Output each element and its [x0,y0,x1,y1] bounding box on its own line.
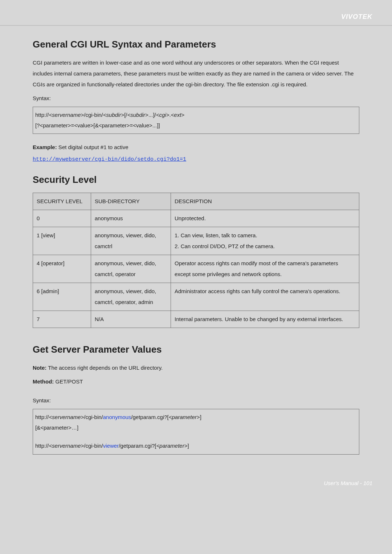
brand-logo: VIVOTEK [341,13,372,20]
cell-desc: Operator access rights can modify most o… [171,255,359,283]
text: http:// [35,112,49,118]
text: <servername> [49,112,84,118]
text: <cgi> [156,112,170,118]
note-text: The access right depends on the URL dire… [46,365,163,371]
cell-subdir: anonymous, viewer, dido, camctrl, operat… [91,255,171,283]
cell-desc: 1. Can view, listen, talk to camera. 2. … [171,227,359,255]
heading-security-level: Security Level [33,174,359,185]
cell-subdir: anonymous [91,210,171,227]
text: http:// [35,414,49,420]
cell-level: 4 [operator] [33,255,91,283]
text: <parameter> [169,414,200,420]
syntax-label-2: Syntax: [33,395,359,406]
heading-get-server: Get Server Parameter Values [33,344,359,355]
text: /cgi-bin/ [84,414,103,420]
text-viewer: viewer [103,443,119,449]
footer: User's Manual - 101 [0,458,392,496]
text: ...]/ [148,112,156,118]
text: <ext> [171,112,185,118]
syntax2-line-c: http://<servername>/cgi-bin/viewer/getpa… [35,441,357,451]
header: VIVOTEK [0,0,392,25]
text: /getparam.cgi?[ [131,414,168,420]
table-row: 4 [operator] anonymous, viewer, dido, ca… [33,255,359,283]
text-anonymous: anonymous [103,414,131,420]
syntax-line-1: http://<servername>/cgi-bin/<subdir>[/<s… [35,110,357,120]
security-table: SECURITY LEVEL SUB-DIRECTORY DESCRIPTION… [33,193,359,328]
text: <parameter> [156,443,188,449]
cell-level: 6 [admin] [33,283,91,311]
cell-subdir: anonymous, viewer, dido, camctrl [91,227,171,255]
text: ] [187,443,189,449]
table-header-row: SECURITY LEVEL SUB-DIRECTORY DESCRIPTION [33,193,359,210]
cell-desc: Unprotected. [171,210,359,227]
example-label: Example: [33,144,57,150]
example-line: Example: Set digital output #1 to active [33,142,359,153]
text: /getparam.cgi?[ [119,443,156,449]
text: <servername> [49,443,84,449]
example-text: Set digital output #1 to active [57,144,128,150]
syntax-label-1: Syntax: [33,93,359,104]
text: ] [200,414,201,420]
example-url[interactable]: http://mywebserver/cgi-bin/dido/setdo.cg… [33,156,359,163]
th-level: SECURITY LEVEL [33,193,91,210]
text: /cgi-bin/ [84,443,103,449]
cell-level: 0 [33,210,91,227]
example-link[interactable]: http://mywebserver/cgi-bin/dido/setdo.cg… [33,156,186,163]
text: [/ [124,112,127,118]
text: <servername> [49,414,84,420]
syntax2-line-b: [&<parameter>…] [35,423,357,433]
text: <subdir> [127,112,148,118]
th-subdir: SUB-DIRECTORY [91,193,171,210]
table-body: 0 anonymous Unprotected. 1 [view] anonym… [33,210,359,328]
table-row: 0 anonymous Unprotected. [33,210,359,227]
cell-desc: Administrator access rights can fully co… [171,283,359,311]
table-row: 7 N/A Internal parameters. Unable to be … [33,311,359,328]
cell-subdir: anonymous, viewer, dido, camctrl, operat… [91,283,171,311]
syntax-box-1: http://<servername>/cgi-bin/<subdir>[/<s… [33,107,359,134]
content: General CGI URL Syntax and Parameters CG… [0,26,392,455]
syntax2-line-a: http://<servername>/cgi-bin/anonymous/ge… [35,412,357,423]
page: VIVOTEK General CGI URL Syntax and Param… [0,0,392,554]
table-row: 1 [view] anonymous, viewer, dido, camctr… [33,227,359,255]
spacer [35,433,357,441]
text: /cgi-bin/ [84,112,103,118]
table-row: 6 [admin] anonymous, viewer, dido, camct… [33,283,359,311]
cell-subdir: N/A [91,311,171,328]
note-label: Note: [33,365,46,371]
method-label: Method: [33,378,54,385]
text: <subdir> [103,112,124,118]
cell-level: 1 [view] [33,227,91,255]
page-number: User's Manual - 101 [324,480,372,486]
method-line: Method: GET/POST [33,376,359,387]
cell-level: 7 [33,311,91,328]
method-text: GET/POST [54,378,83,385]
text: http:// [35,443,49,449]
table-head: SECURITY LEVEL SUB-DIRECTORY DESCRIPTION [33,193,359,210]
intro-paragraph: CGI parameters are written in lower-case… [33,57,359,90]
note-line: Note: The access right depends on the UR… [33,362,359,373]
heading-general-cgi: General CGI URL Syntax and Parameters [33,39,359,50]
syntax-line-2: [?<parameter>=<value>[&<parameter>=<valu… [35,120,357,131]
th-desc: DESCRIPTION [171,193,359,210]
syntax-box-2: http://<servername>/cgi-bin/anonymous/ge… [33,409,359,455]
cell-desc: Internal parameters. Unable to be change… [171,311,359,328]
